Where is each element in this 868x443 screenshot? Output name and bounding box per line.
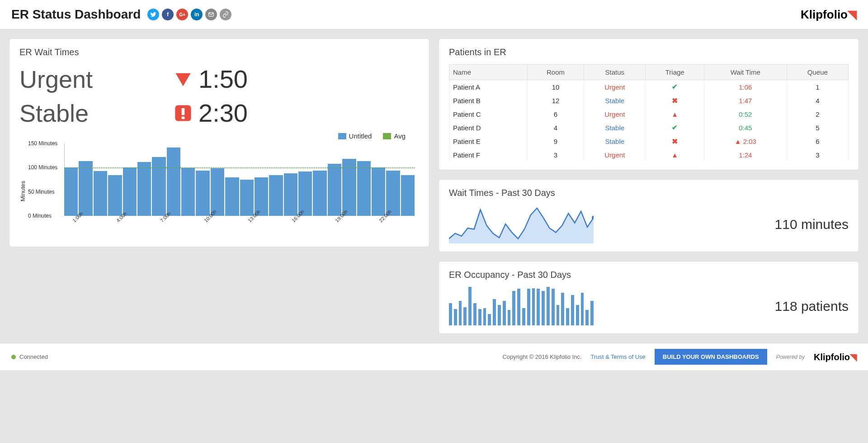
bar <box>79 161 92 216</box>
bar <box>488 314 491 325</box>
social-icons: f G+ in <box>147 9 231 20</box>
bar <box>372 167 385 216</box>
hourly-bar-chart: 1:00h4:00h7:00h10:00h13:00h16:00h19:00h2… <box>28 143 419 238</box>
bar <box>581 293 584 325</box>
col-room: Room <box>527 65 584 80</box>
bar <box>269 175 283 216</box>
bar <box>463 307 467 325</box>
bar <box>240 180 254 216</box>
bar <box>522 308 525 325</box>
bar <box>561 293 564 325</box>
bar <box>493 299 496 325</box>
warning-icon: ▲ <box>671 151 678 159</box>
bar <box>483 308 486 325</box>
wait-times-card: ER Wait Times Urgent 1:50 Stable 2:30 Un… <box>9 38 429 247</box>
bar <box>585 310 589 325</box>
bar <box>137 162 151 216</box>
warning-icon: ▲ <box>671 110 678 118</box>
bar <box>512 291 515 325</box>
bar <box>181 168 195 216</box>
bar <box>498 305 501 325</box>
avg-line <box>64 167 415 168</box>
bar <box>357 161 371 216</box>
down-triangle-icon <box>173 69 193 89</box>
wait-sparkline <box>449 205 594 243</box>
table-row: Patient E9Stable✖▲ 2:036 <box>449 134 849 148</box>
table-row: Patient B12Stable✖1:474 <box>449 94 849 108</box>
wait-30-value: 110 minutes <box>775 217 849 232</box>
y-tick: 50 Minutes <box>28 189 55 195</box>
footer-logo: Klipfolio◥ <box>814 352 857 362</box>
occupancy-30-title: ER Occupancy - Past 30 Days <box>449 270 849 280</box>
bar <box>459 301 462 325</box>
bar <box>478 309 481 325</box>
bar <box>454 309 457 325</box>
email-icon[interactable] <box>205 9 217 20</box>
check-icon: ✔ <box>672 83 678 91</box>
legend-untitled: Untitled <box>338 132 372 140</box>
connected-label: Connected <box>19 353 48 360</box>
bar <box>517 289 520 325</box>
patients-card: Patients in ER Name Room Status Triage W… <box>439 38 859 170</box>
bar <box>542 291 545 325</box>
bar <box>508 310 511 325</box>
bar <box>552 289 555 325</box>
stable-value: 2:30 <box>198 98 248 128</box>
occupancy-sparkbars <box>449 287 594 325</box>
bar <box>590 301 594 325</box>
x-icon: ✖ <box>672 138 678 145</box>
build-dashboards-button[interactable]: BUILD YOUR OWN DASHBOARDS <box>655 349 767 365</box>
bar <box>503 301 506 325</box>
bar <box>527 289 530 325</box>
facebook-icon[interactable]: f <box>162 9 174 20</box>
y-tick: 0 Minutes <box>28 213 52 219</box>
twitter-icon[interactable] <box>147 9 159 20</box>
y-tick: 100 Minutes <box>28 164 57 171</box>
svg-rect-2 <box>182 108 185 115</box>
col-wait: Wait Time <box>704 65 787 80</box>
brand-logo: Klipfolio◥ <box>801 8 857 22</box>
bar <box>211 168 224 216</box>
bar <box>152 157 165 216</box>
bar <box>64 167 78 216</box>
bar <box>576 305 579 325</box>
bar <box>284 173 297 216</box>
bar <box>571 295 574 325</box>
col-name: Name <box>449 65 528 80</box>
alert-square-icon <box>173 103 193 123</box>
occupancy-30-card: ER Occupancy - Past 30 Days 118 patients <box>439 261 859 334</box>
bar <box>225 177 239 216</box>
wait-30-title: Wait Times - Past 30 Days <box>449 188 849 198</box>
bar <box>94 171 107 216</box>
urgent-value: 1:50 <box>198 64 248 94</box>
bar <box>566 308 569 325</box>
copyright: Copyright © 2016 Klipfolio Inc. <box>502 353 581 360</box>
linkedin-icon[interactable]: in <box>191 9 203 20</box>
bar <box>449 303 452 325</box>
check-icon: ✔ <box>672 124 678 131</box>
connection-dot-icon <box>11 355 16 359</box>
x-icon: ✖ <box>672 97 678 105</box>
powered-by: Powered by <box>776 354 805 360</box>
wait-times-title: ER Wait Times <box>19 47 419 57</box>
y-axis-label: Minutes <box>19 143 26 238</box>
bar <box>468 287 472 325</box>
link-icon[interactable] <box>220 9 231 20</box>
bar <box>328 164 341 216</box>
bar <box>123 167 137 216</box>
table-row: Patient D4Stable✔0:455 <box>449 121 849 134</box>
page-title: ER Status Dashboard <box>11 7 141 22</box>
table-row: Patient A10Urgent✔1:061 <box>449 80 849 94</box>
warning-icon: ▲ <box>735 138 741 145</box>
bar <box>473 303 476 325</box>
svg-point-4 <box>592 216 594 219</box>
patients-table: Name Room Status Triage Wait Time Queue … <box>449 64 849 162</box>
col-triage: Triage <box>646 65 704 80</box>
terms-link[interactable]: Trust & Terms of Use <box>590 353 645 360</box>
col-queue: Queue <box>787 65 848 80</box>
urgent-label: Urgent <box>19 65 173 93</box>
svg-rect-3 <box>182 116 185 119</box>
bar <box>313 171 326 216</box>
gplus-icon[interactable]: G+ <box>176 9 188 20</box>
table-row: Patient F3Urgent▲1:243 <box>449 148 849 162</box>
